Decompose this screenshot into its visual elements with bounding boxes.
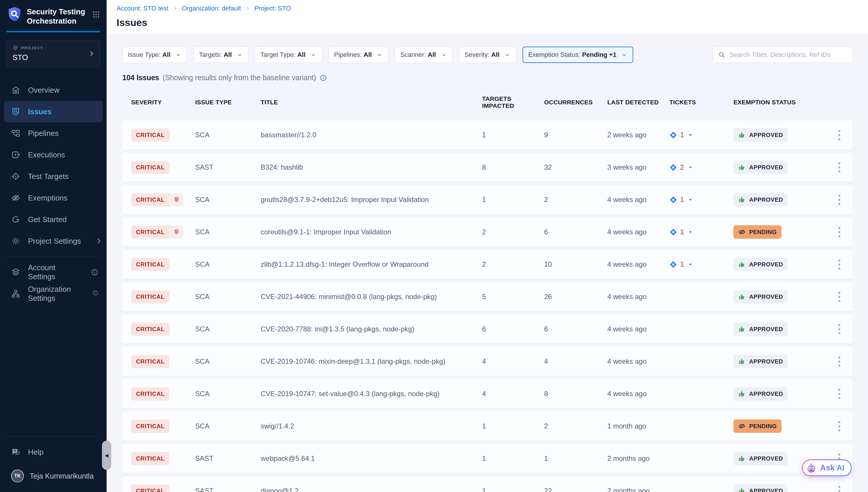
- sidebar-collapse-button[interactable]: ◀: [102, 441, 111, 470]
- exemption-status-cell: APPROVED: [733, 161, 832, 174]
- sidebar-item-label: Get Started: [28, 215, 67, 224]
- severity-label: CRITICAL: [131, 452, 169, 465]
- breadcrumb-link[interactable]: Account: STO test: [116, 5, 168, 12]
- ticket-link[interactable]: 1: [669, 228, 733, 236]
- severity-label: CRITICAL: [131, 258, 169, 271]
- row-menu-button[interactable]: [837, 225, 842, 239]
- search-input[interactable]: [730, 51, 847, 58]
- ticket-link[interactable]: 2: [669, 163, 733, 171]
- row-menu-button[interactable]: [837, 193, 842, 207]
- table-row[interactable]: CRITICAL SCA CVE-2019-10747: set-value@0…: [122, 379, 853, 408]
- gear-icon: [11, 237, 20, 246]
- severity-cell: CRITICAL: [131, 355, 195, 368]
- breadcrumb-link[interactable]: Organization: default: [182, 5, 241, 12]
- breadcrumb-separator-icon: [245, 6, 250, 11]
- user-menu[interactable]: TK Teja Kummarikuntla: [0, 463, 107, 489]
- targets-impacted-cell: 5: [482, 293, 544, 301]
- ticket-link[interactable]: 1: [669, 131, 733, 139]
- issue-title[interactable]: django@1.2: [261, 487, 482, 492]
- project-selector[interactable]: PROJECT STO: [6, 40, 100, 67]
- occurrences-cell: 1: [544, 454, 607, 463]
- issue-title[interactable]: B324: hashlib: [261, 163, 482, 171]
- pipelines-icon: [11, 128, 20, 138]
- row-menu-button[interactable]: [837, 128, 842, 142]
- sidebar-item-help[interactable]: ? Help: [0, 441, 107, 463]
- row-menu-button[interactable]: [837, 387, 842, 401]
- row-menu-button[interactable]: [837, 322, 842, 336]
- stack-icon: [169, 226, 184, 239]
- occurrences-cell: 22: [544, 487, 607, 492]
- sidebar-item-issues[interactable]: Issues: [4, 101, 103, 122]
- sidebar-item-exemptions[interactable]: Exemptions: [0, 187, 107, 209]
- sidebar-item-organization-settings[interactable]: Organization Settings: [0, 283, 107, 304]
- table-row[interactable]: CRITICAL SAST B324: hashlib 8 32 3 weeks…: [122, 153, 853, 182]
- filter-label: Issue Type: All: [128, 51, 170, 58]
- avatar: TK: [11, 470, 24, 483]
- exemption-status-badge: APPROVED: [733, 387, 788, 400]
- table-row[interactable]: CRITICAL SCA CVE-2020-7788: ini@1.3.5 (l…: [122, 315, 853, 344]
- issue-title[interactable]: webpack@5.64.1: [261, 454, 482, 463]
- issue-title[interactable]: CVE-2021-44906: minimist@0.0.8 (lang-pkg…: [261, 293, 482, 301]
- issue-title[interactable]: CVE-2019-10747: set-value@0.4.3 (lang-pk…: [261, 390, 482, 398]
- row-menu-button[interactable]: [837, 484, 842, 492]
- row-menu-button[interactable]: [837, 290, 842, 304]
- issue-title[interactable]: CVE-2020-7788: ini@1.3.5 (lang-pkgs, nod…: [261, 325, 482, 333]
- ticket-link[interactable]: 1: [669, 196, 733, 204]
- row-menu-button[interactable]: [837, 355, 842, 368]
- ticket-link[interactable]: 1: [669, 260, 733, 268]
- table-row[interactable]: CRITICAL SCA bassmaster//1.2.0 1 9 2 wee…: [122, 120, 853, 149]
- caret-down-icon: [688, 132, 693, 138]
- last-detected-cell: 4 weeks ago: [607, 260, 669, 268]
- table-row[interactable]: CRITICAL SCA swig//1.4.2 1 2 1 month ago…: [122, 412, 853, 441]
- table-row[interactable]: CRITICAL SAST django@1.2 1 22 2 months a…: [122, 476, 853, 492]
- filter-target-type[interactable]: Target Type: All: [255, 47, 322, 63]
- table-row[interactable]: CRITICAL SCA CVE-2019-10746: mixin-deep@…: [122, 347, 853, 376]
- table-row[interactable]: CRITICAL SCA CVE-2021-44906: minimist@0.…: [122, 282, 853, 311]
- get-started-icon: [11, 215, 20, 224]
- sidebar-item-get-started[interactable]: Get Started: [0, 209, 107, 230]
- severity-badge: CRITICAL: [131, 452, 169, 465]
- exemption-status-cell: APPROVED: [733, 290, 832, 303]
- filter-targets[interactable]: Targets: All: [193, 47, 248, 63]
- last-detected-cell: 4 weeks ago: [607, 357, 669, 366]
- row-menu-button[interactable]: [837, 258, 842, 271]
- filter-issue-type[interactable]: Issue Type: All: [122, 47, 187, 63]
- issue-type-cell: SCA: [195, 357, 261, 366]
- filter-exemption-status[interactable]: Exemption Status: Pending +1: [523, 47, 633, 63]
- row-menu-button[interactable]: [837, 419, 842, 433]
- table-row[interactable]: CRITICAL SCA gnutls28@3.7.9-2+deb12u5: I…: [122, 185, 853, 214]
- info-icon[interactable]: [319, 74, 327, 82]
- sidebar-item-overview[interactable]: Overview: [0, 79, 107, 101]
- targets-impacted-cell: 8: [482, 163, 544, 171]
- filter-scanner[interactable]: Scanner: All: [395, 47, 452, 63]
- search-box[interactable]: [712, 47, 853, 63]
- table-row[interactable]: CRITICAL SCA zlib@1:1.2.13.dfsg-1: Integ…: [122, 250, 853, 279]
- table-row[interactable]: CRITICAL SCA coreutils@9.1-1: Improper I…: [122, 217, 853, 247]
- issue-title[interactable]: zlib@1:1.2.13.dfsg-1: Integer Overflow o…: [261, 260, 482, 268]
- sidebar-item-project-settings[interactable]: Project Settings: [0, 230, 107, 252]
- user-name: Teja Kummarikuntla: [30, 472, 94, 480]
- exemption-status-badge: PENDING: [733, 225, 782, 239]
- issue-type-cell: SAST: [195, 454, 261, 463]
- issue-title[interactable]: CVE-2019-10746: mixin-deep@1.3.1 (lang-p…: [261, 357, 482, 366]
- filter-pipelines[interactable]: Pipelines: All: [328, 47, 389, 63]
- sidebar-item-executions[interactable]: Executions: [0, 144, 107, 166]
- severity-cell: CRITICAL: [131, 290, 195, 303]
- ask-ai-button[interactable]: Ask AI: [802, 459, 852, 476]
- occurrences-cell: 10: [544, 260, 607, 268]
- table-row[interactable]: CRITICAL SAST webpack@5.64.1 1 1 2 month…: [122, 444, 853, 473]
- issue-title[interactable]: swig//1.4.2: [261, 422, 482, 430]
- column-header: EXEMPTION STATUS: [733, 99, 832, 106]
- filter-severity[interactable]: Severity: All: [459, 47, 516, 63]
- sidebar-item-account-settings[interactable]: Account Settings: [0, 262, 107, 283]
- issue-title[interactable]: coreutils@9.1-1: Improper Input Validati…: [261, 228, 482, 236]
- issue-title[interactable]: bassmaster//1.2.0: [261, 131, 482, 139]
- row-menu-button[interactable]: [837, 161, 842, 174]
- chevron-down-icon: [310, 52, 317, 58]
- issue-title[interactable]: gnutls28@3.7.9-2+deb12u5: Improper Input…: [261, 196, 482, 204]
- svg-text:?: ?: [14, 449, 16, 453]
- sidebar-item-pipelines[interactable]: Pipelines: [0, 122, 107, 144]
- sidebar-item-test-targets[interactable]: Test Targets: [0, 166, 107, 187]
- app-grid-icon[interactable]: [92, 10, 100, 26]
- breadcrumb-link[interactable]: Project: STO: [254, 5, 291, 12]
